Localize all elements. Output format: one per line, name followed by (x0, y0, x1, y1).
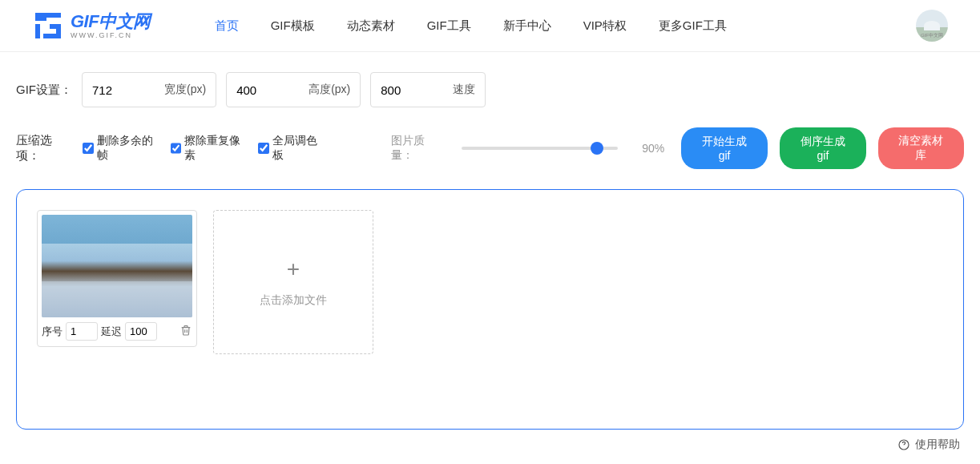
height-unit: 高度(px) (309, 83, 350, 97)
reverse-button[interactable]: 倒序生成gif (780, 127, 866, 169)
compress-row: 压缩选项： 删除多余的帧 擦除重复像素 全局调色板 图片质量： 90% 开始生成… (0, 115, 980, 189)
width-input[interactable] (92, 83, 164, 97)
speed-input[interactable] (381, 83, 453, 97)
seq-label: 序号 (42, 325, 63, 339)
avatar[interactable]: GIF中文网 (916, 10, 948, 42)
nav-more[interactable]: 更多GIF工具 (659, 18, 727, 34)
material-card: 序号 延迟 (37, 210, 197, 347)
add-file-card[interactable]: + 点击添加文件 (213, 210, 373, 354)
nav-materials[interactable]: 动态素材 (347, 18, 395, 34)
width-unit: 宽度(px) (164, 83, 206, 97)
logo-icon (32, 10, 64, 42)
opt-global-palette[interactable]: 全局调色板 (258, 134, 327, 163)
nav-vip[interactable]: VIP特权 (583, 18, 627, 34)
svg-rect-1 (35, 13, 61, 18)
start-button[interactable]: 开始生成gif (681, 127, 768, 169)
header: GIF中文网 WWW.GIF.CN 首页 GIF模板 动态素材 GIF工具 新手… (0, 0, 980, 52)
logo-title: GIF中文网 (71, 13, 151, 30)
height-input-group: 高度(px) (226, 72, 361, 107)
width-input-group: 宽度(px) (82, 72, 216, 107)
nav-templates[interactable]: GIF模板 (271, 18, 315, 34)
nav-tools[interactable]: GIF工具 (427, 18, 471, 34)
compress-label: 压缩选项： (16, 133, 75, 163)
svg-rect-5 (43, 34, 61, 38)
main-nav: 首页 GIF模板 动态素材 GIF工具 新手中心 VIP特权 更多GIF工具 (215, 18, 900, 34)
compress-options: 删除多余的帧 擦除重复像素 全局调色板 (83, 134, 326, 163)
logo[interactable]: GIF中文网 WWW.GIF.CN (32, 10, 151, 42)
height-input[interactable] (236, 83, 309, 97)
help-link[interactable]: 使用帮助 (897, 438, 960, 446)
plus-icon: + (287, 256, 300, 282)
action-buttons: 开始生成gif 倒序生成gif 清空素材库 (681, 127, 964, 169)
checkbox-delete-frames[interactable] (83, 143, 94, 154)
quality-value: 90% (642, 142, 673, 155)
checkbox-erase-pixels[interactable] (171, 143, 182, 154)
opt-delete-frames[interactable]: 删除多余的帧 (83, 134, 162, 163)
quality-slider[interactable] (462, 147, 618, 150)
nav-home[interactable]: 首页 (215, 18, 239, 34)
add-file-text: 点击添加文件 (260, 293, 327, 308)
svg-rect-2 (35, 24, 40, 38)
seq-input[interactable] (66, 322, 98, 341)
nav-newbie[interactable]: 新手中心 (503, 18, 551, 34)
help-icon (897, 438, 910, 446)
opt-erase-pixels[interactable]: 擦除重复像素 (171, 134, 250, 163)
quality-label: 图片质量： (391, 134, 446, 163)
delay-input[interactable] (125, 322, 157, 341)
speed-input-group: 速度 (370, 72, 486, 107)
material-thumbnail[interactable] (42, 215, 192, 317)
gif-settings-row: GIF设置： 宽度(px) 高度(px) 速度 (0, 52, 980, 115)
speed-unit: 速度 (453, 83, 475, 97)
clear-button[interactable]: 清空素材库 (878, 127, 964, 169)
checkbox-global-palette[interactable] (258, 143, 269, 154)
settings-label: GIF设置： (16, 83, 72, 98)
materials-panel: 序号 延迟 + 点击添加文件 (16, 189, 964, 430)
delete-icon[interactable] (179, 324, 192, 339)
logo-subtitle: WWW.GIF.CN (71, 32, 151, 39)
delay-label: 延迟 (101, 325, 122, 339)
card-controls: 序号 延迟 (42, 317, 192, 342)
